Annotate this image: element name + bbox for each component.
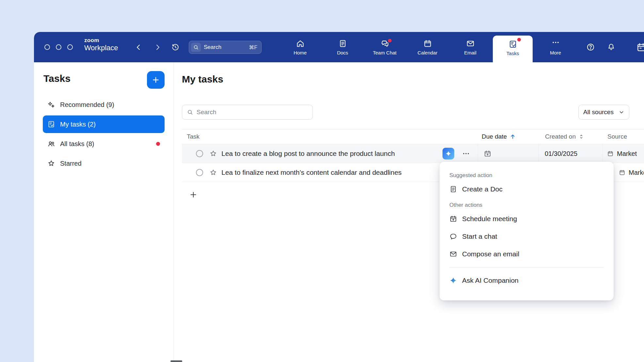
nav-item-team-chat[interactable]: Team Chat — [365, 32, 405, 62]
source-filter-value: All sources — [583, 109, 614, 116]
source-value: Market — [617, 144, 637, 163]
nav-item-docs[interactable]: Docs — [323, 32, 362, 62]
plus-icon — [152, 76, 160, 84]
people-icon — [47, 140, 55, 148]
source-value: Market — [629, 163, 644, 182]
menu-item-create-doc[interactable]: Create a Doc — [449, 180, 604, 198]
my-tasks-icon — [47, 120, 55, 128]
menu-divider — [449, 267, 604, 267]
sort-ascending-icon — [509, 133, 516, 140]
window-control-maximize[interactable] — [67, 44, 73, 50]
star-icon[interactable] — [209, 150, 217, 158]
app-window: zoom Workplace Search ⌘F Home Docs — [34, 32, 644, 362]
row-more-actions-button[interactable] — [460, 148, 472, 159]
ellipsis-icon — [462, 150, 470, 158]
calendar-panel-icon[interactable] — [634, 41, 644, 53]
more-icon — [551, 39, 560, 48]
nav-item-tasks[interactable]: Tasks — [493, 36, 533, 62]
help-icon[interactable] — [584, 41, 597, 53]
history-icon[interactable] — [169, 41, 182, 53]
nav-item-email[interactable]: Email — [450, 32, 490, 62]
nav-item-home[interactable]: Home — [280, 32, 320, 62]
ai-sparkle-icon — [445, 150, 452, 157]
unread-dot — [156, 142, 160, 146]
task-title: Lea to create a blog post to announce th… — [221, 144, 395, 163]
tasks-unread-badge — [517, 38, 521, 41]
home-icon — [296, 39, 305, 48]
source-calendar-icon — [619, 169, 625, 176]
sidebar-item-recommended[interactable]: Recommended (9) — [43, 96, 165, 113]
main-content: My tasks All sources Task Due date Creat… — [174, 62, 644, 362]
docs-icon — [338, 39, 347, 48]
window-controls — [44, 32, 73, 62]
add-task-button[interactable] — [189, 190, 198, 199]
task-row[interactable]: Lea to create a blog post to announce th… — [182, 144, 644, 163]
column-header-created-on[interactable]: Created on — [545, 129, 584, 144]
new-task-button[interactable] — [147, 71, 165, 89]
column-divider — [539, 144, 539, 163]
sidebar-title: Tasks — [43, 73, 71, 84]
nav-item-more[interactable]: More — [536, 32, 575, 62]
source-filter-dropdown[interactable]: All sources — [578, 105, 629, 120]
sidebar-list: Recommended (9) My tasks (2) All tasks (… — [43, 96, 165, 174]
email-icon — [466, 39, 475, 48]
sidebar-item-label: Starred — [60, 160, 82, 167]
search-icon — [191, 43, 201, 52]
task-title: Lea to finalize next month’s content cal… — [221, 163, 402, 182]
source-calendar-icon — [607, 150, 614, 157]
doc-icon — [449, 185, 457, 193]
zoom-workplace-logo: zoom Workplace — [84, 38, 118, 52]
created-on-value: 01/30/2025 — [545, 144, 577, 163]
sidebar-item-all-tasks[interactable]: All tasks (8) — [43, 135, 165, 153]
task-search-field[interactable] — [182, 105, 313, 120]
window-control-close[interactable] — [44, 44, 50, 50]
search-shortcut: ⌘F — [249, 44, 257, 51]
page-title: My tasks — [182, 74, 223, 85]
ai-companion-button[interactable] — [443, 148, 454, 159]
column-header-due-date[interactable]: Due date — [482, 129, 516, 144]
chevron-down-icon — [619, 109, 624, 115]
menu-section-heading: Other actions — [449, 202, 604, 208]
column-divider — [478, 144, 478, 163]
task-complete-checkbox[interactable] — [196, 169, 203, 176]
chat-bubble-icon — [449, 233, 457, 240]
window-control-minimize[interactable] — [56, 44, 61, 50]
back-button[interactable] — [132, 41, 145, 53]
task-complete-checkbox[interactable] — [196, 150, 203, 157]
menu-section-heading: Suggested action — [449, 172, 604, 179]
star-icon[interactable] — [209, 169, 217, 176]
task-search-input[interactable] — [197, 109, 308, 116]
global-search[interactable]: Search ⌘F — [189, 41, 262, 54]
sort-icon — [578, 134, 584, 140]
tasks-sidebar: Tasks Recommended (9) My tasks (2) All t… — [34, 62, 174, 362]
sidebar-item-my-tasks[interactable]: My tasks (2) — [43, 115, 165, 133]
menu-item-compose-email[interactable]: Compose an email — [449, 245, 604, 263]
calendar-icon — [423, 39, 432, 48]
sidebar-item-starred[interactable]: Starred — [43, 155, 165, 172]
forward-button[interactable] — [152, 41, 164, 53]
team-chat-unread-badge — [388, 39, 392, 42]
menu-item-ask-ai-companion[interactable]: Ask AI Companion — [449, 272, 604, 289]
table-header: Task Due date Created on Source — [182, 129, 644, 144]
global-search-label: Search — [204, 44, 221, 51]
column-header-source: Source — [607, 129, 627, 144]
notifications-icon[interactable] — [605, 41, 617, 53]
top-navbar: zoom Workplace Search ⌘F Home Docs — [34, 32, 644, 62]
ai-sparkle-icon — [449, 277, 457, 284]
sidebar-item-label: My tasks (2) — [60, 121, 96, 128]
zoom-logo-text: zoom — [84, 38, 118, 43]
menu-item-schedule-meeting[interactable]: Schedule meeting — [449, 210, 604, 228]
sparkle-icon — [47, 101, 55, 109]
task-action-menu: Suggested action Create a Doc Other acti… — [440, 162, 614, 300]
sidebar-item-label: Recommended (9) — [60, 101, 114, 109]
plus-icon — [189, 190, 198, 199]
scrollbar-thumb[interactable] — [170, 360, 182, 362]
search-icon — [187, 109, 193, 115]
menu-item-start-chat[interactable]: Start a chat — [449, 228, 604, 245]
column-divider — [603, 144, 603, 163]
sidebar-item-label: All tasks (8) — [60, 140, 94, 148]
envelope-icon — [449, 250, 457, 258]
nav-item-calendar[interactable]: Calendar — [408, 32, 447, 62]
tasks-icon — [508, 40, 517, 49]
add-due-date-icon[interactable] — [484, 150, 491, 158]
